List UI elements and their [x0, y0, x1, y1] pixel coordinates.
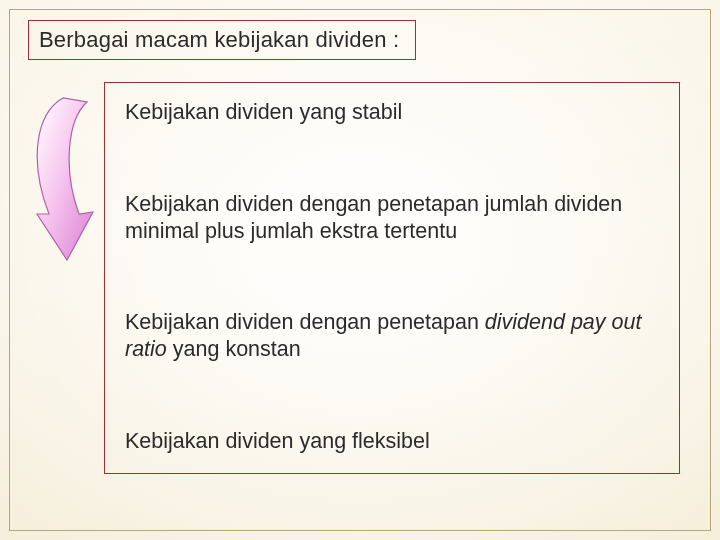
curved-arrow-icon [23, 92, 101, 272]
list-item: Kebijakan dividen dengan penetapan jumla… [125, 191, 659, 245]
list-item-text: Kebijakan dividen yang stabil [125, 100, 402, 124]
slide-title: Berbagai macam kebijakan dividen : [39, 27, 399, 52]
list-item-text: Kebijakan dividen dengan penetapan jumla… [125, 192, 622, 243]
list-item-prefix: Kebijakan dividen dengan penetapan [125, 310, 485, 334]
list-item: Kebijakan dividen yang stabil [125, 99, 659, 126]
slide-title-box: Berbagai macam kebijakan dividen : [28, 20, 416, 60]
content-list-box: Kebijakan dividen yang stabil Kebijakan … [104, 82, 680, 474]
list-item-text: Kebijakan dividen yang fleksibel [125, 429, 430, 453]
list-item-suffix: yang konstan [167, 337, 301, 361]
list-item: Kebijakan dividen yang fleksibel [125, 428, 659, 455]
list-item: Kebijakan dividen dengan penetapan divid… [125, 309, 659, 363]
